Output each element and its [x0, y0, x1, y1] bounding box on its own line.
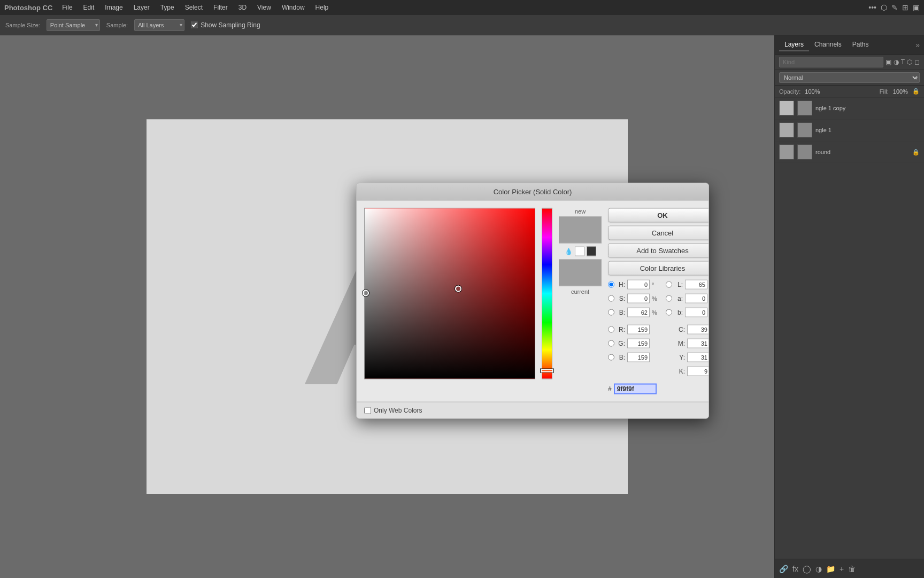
lock-icons: 🔒: [912, 88, 920, 95]
add-to-swatches-button[interactable]: Add to Swatches: [608, 244, 709, 258]
color-libraries-button[interactable]: Color Libraries: [608, 261, 709, 276]
options-toolbar: Sample Size: Point Sample 3 by 3 Average…: [0, 15, 924, 35]
b-input[interactable]: [627, 308, 650, 317]
b-radio[interactable]: [608, 309, 614, 316]
menu-view[interactable]: View: [253, 2, 275, 13]
new-layer-icon[interactable]: +: [840, 565, 844, 573]
blend-mode-select[interactable]: Normal Multiply Screen: [779, 72, 920, 83]
list-item[interactable]: ngle 1 copy: [775, 97, 924, 119]
show-sampling-ring-text: Show Sampling Ring: [201, 21, 260, 29]
lab-cmyk-col: L: a: b: C:: [666, 279, 709, 377]
l-radio[interactable]: [666, 282, 672, 288]
m-input[interactable]: [687, 339, 709, 348]
adjustment-icon[interactable]: ◑: [815, 565, 822, 573]
fill-value: 100%: [893, 88, 908, 95]
layers-mode-row: Normal Multiply Screen: [775, 70, 924, 86]
sl-gradient: [365, 209, 535, 379]
s-input[interactable]: [627, 294, 650, 303]
link-icon[interactable]: 🔗: [779, 565, 788, 573]
color-picker-buttons: OK Cancel Add to Swatches Color Librarie…: [608, 208, 709, 276]
menu-edit[interactable]: Edit: [79, 2, 99, 13]
c-input[interactable]: [687, 325, 709, 334]
only-web-colors-checkbox[interactable]: [364, 407, 371, 414]
current-color-swatch: [559, 260, 602, 286]
layer-filter-shape-icon[interactable]: ⬡: [907, 58, 912, 66]
h-input[interactable]: [627, 280, 650, 290]
monitor-icon[interactable]: ▣: [913, 3, 920, 12]
grid-icon[interactable]: ⊞: [902, 3, 908, 12]
list-item[interactable]: ngle 1: [775, 119, 924, 141]
brush-icon[interactable]: ✎: [891, 3, 898, 12]
menu-type[interactable]: Type: [156, 2, 179, 13]
color-picker-dialog: Color Picker (Solid Color) new 💧: [356, 183, 709, 419]
add-mask-icon[interactable]: ◯: [803, 565, 811, 573]
a-radio[interactable]: [666, 295, 672, 302]
layer-thumb: [779, 101, 794, 116]
eyedropper-icon[interactable]: 💧: [565, 248, 573, 255]
s-row: S: %: [608, 293, 657, 305]
list-item[interactable]: round 🔒: [775, 141, 924, 163]
r-radio[interactable]: [608, 326, 614, 333]
rgb-b-input[interactable]: [627, 353, 650, 362]
saturation-lightness-box[interactable]: [364, 208, 535, 379]
sample-size-wrapper: Point Sample 3 by 3 Average 5 by 5 Avera…: [47, 19, 100, 31]
layer-filter-pixel-icon[interactable]: ▣: [886, 58, 891, 66]
h-radio[interactable]: [608, 282, 614, 288]
layer-filter-text-icon[interactable]: T: [901, 58, 905, 66]
k-input[interactable]: [687, 367, 709, 376]
more-icon[interactable]: •••: [868, 3, 876, 12]
menu-3d[interactable]: 3D: [234, 2, 251, 13]
layers-tabs: Layers Channels Paths »: [775, 35, 924, 55]
hex-input[interactable]: [614, 384, 657, 394]
color-picker-footer: Only Web Colors: [357, 402, 709, 419]
dropbox-icon[interactable]: ⬡: [881, 3, 887, 12]
menubar: Photoshop CC File Edit Image Layer Type …: [0, 0, 924, 15]
s-radio[interactable]: [608, 295, 614, 302]
ok-button[interactable]: OK: [608, 208, 709, 223]
sample-size-select[interactable]: Point Sample 3 by 3 Average 5 by 5 Avera…: [47, 19, 100, 31]
menu-file[interactable]: File: [58, 2, 76, 13]
tab-layers[interactable]: Layers: [779, 39, 809, 51]
sample-select[interactable]: All Layers Current Layer: [134, 19, 184, 31]
b3-row: b:: [666, 307, 709, 318]
a-input[interactable]: [685, 294, 707, 303]
fx-icon[interactable]: fx: [792, 565, 798, 573]
b-unit: %: [652, 309, 657, 316]
tab-paths[interactable]: Paths: [847, 39, 874, 51]
l-input[interactable]: [685, 280, 707, 290]
folder-icon[interactable]: 📁: [826, 565, 835, 573]
rgb-b-radio[interactable]: [608, 354, 614, 361]
r-input[interactable]: [627, 325, 650, 334]
sample-label: Sample:: [106, 22, 128, 28]
show-sampling-ring-checkbox[interactable]: [191, 21, 198, 28]
app-logo: Photoshop CC: [4, 4, 52, 12]
layer-thumb: [779, 144, 794, 159]
layers-search-input[interactable]: [779, 57, 883, 67]
delete-layer-icon[interactable]: 🗑: [848, 565, 856, 573]
menu-window[interactable]: Window: [278, 2, 309, 13]
hex-row: #: [608, 384, 709, 394]
g-input[interactable]: [627, 339, 650, 348]
layer-filter-adj-icon[interactable]: ◑: [894, 58, 899, 66]
menu-help[interactable]: Help: [311, 2, 333, 13]
new-label: new: [575, 208, 586, 215]
hue-slider[interactable]: [542, 208, 552, 379]
tab-channels[interactable]: Channels: [809, 39, 847, 51]
g-radio[interactable]: [608, 340, 614, 347]
only-web-colors-label[interactable]: Only Web Colors: [364, 407, 422, 414]
b3-radio[interactable]: [666, 309, 672, 316]
menu-image[interactable]: Image: [101, 2, 127, 13]
layer-filter-smart-icon[interactable]: ◻: [914, 58, 920, 66]
menu-select[interactable]: Select: [181, 2, 207, 13]
y-input[interactable]: [687, 353, 709, 362]
show-sampling-ring-label[interactable]: Show Sampling Ring: [191, 21, 260, 29]
fill-label: Fill:: [880, 88, 889, 95]
b3-input[interactable]: [685, 308, 707, 317]
s-label: S:: [617, 295, 625, 302]
cancel-button[interactable]: Cancel: [608, 226, 709, 240]
menu-filter[interactable]: Filter: [209, 2, 232, 13]
panel-expand-icon[interactable]: »: [915, 41, 920, 49]
c-label: C:: [676, 326, 685, 333]
color-values: H: ° S: % B: %: [608, 279, 709, 377]
menu-layer[interactable]: Layer: [129, 2, 154, 13]
